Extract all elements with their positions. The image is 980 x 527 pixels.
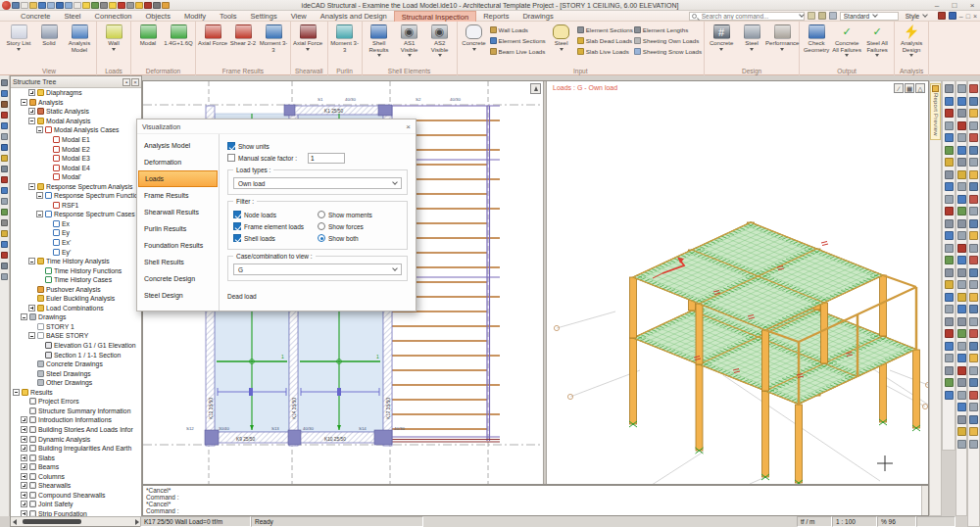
tree-item-modal-analysis-cases[interactable]: Modal Analysis Cases <box>11 125 141 135</box>
ribbon-button-concrete[interactable]: Concrete <box>460 23 489 51</box>
left-toolbar-icon-3[interactable] <box>1 112 8 119</box>
colA-toolbar-icon-14[interactable] <box>945 256 954 264</box>
ribbon-button-axial-force[interactable]: Axial Force <box>198 23 227 47</box>
ribbon-button-steel-all-failures[interactable]: ✓Steel All Failures <box>862 23 892 57</box>
expander-minus-icon[interactable] <box>28 258 35 264</box>
load-types-combo[interactable]: Own load <box>233 177 402 189</box>
quick-access-icon-15[interactable] <box>144 2 152 9</box>
colA-toolbar-icon-23[interactable] <box>945 366 954 375</box>
tree-item-strip-foundation[interactable]: Strip Foundation <box>11 509 141 516</box>
visualization-dialog[interactable]: Visualization × Analysis ModelDeformatio… <box>136 119 416 311</box>
colA-toolbar-icon-2[interactable] <box>945 109 954 118</box>
tree-item-introduction-informations[interactable]: Introduction Informations <box>11 415 141 425</box>
colA-toolbar-icon-0[interactable] <box>945 84 954 93</box>
ribbon-button-modal[interactable]: Modal <box>133 23 163 47</box>
expander-minus-icon[interactable] <box>21 313 27 320</box>
colC-toolbar-icon-14[interactable] <box>969 256 978 264</box>
quick-access-icon-9[interactable] <box>91 2 99 9</box>
ribbon-button-steel[interactable]: Steel <box>547 23 576 51</box>
report-preview-tab[interactable]: Report Preview <box>930 83 941 140</box>
colB-toolbar-icon-4[interactable] <box>957 133 966 142</box>
menu-tab-concrete[interactable]: Concrete <box>14 11 57 22</box>
quick-access-icon-10[interactable] <box>100 2 108 9</box>
colB-toolbar-icon-6[interactable] <box>957 158 966 167</box>
command-area[interactable]: *Cancel*Command :*Cancel*Command : <box>142 485 929 516</box>
shell-loads-checkbox[interactable] <box>233 234 241 242</box>
ribbon-button-axial-force[interactable]: Axial Force <box>293 23 322 51</box>
manual-scale-checkbox[interactable] <box>227 154 235 162</box>
ribbon-button-concrete-all-failures[interactable]: ✓Concrete All Failures <box>832 23 861 57</box>
colC-toolbar-icon-6[interactable] <box>969 158 978 167</box>
quick-access-icon-14[interactable] <box>135 2 143 9</box>
dialog-nav-concrete-design[interactable]: Concrete Design <box>138 270 218 287</box>
close-icon[interactable]: × <box>406 122 411 131</box>
left-toolbar-icon-8[interactable] <box>1 166 8 172</box>
colA-toolbar-icon-17[interactable] <box>945 293 954 302</box>
quick-access-icon-1[interactable] <box>21 2 28 9</box>
tree-item-modal-e4[interactable]: Modal E4 <box>11 163 141 172</box>
colB-toolbar-icon-10[interactable] <box>957 207 966 216</box>
dialog-nav-steel-design[interactable]: Steel Design <box>138 287 218 304</box>
show-moments-radio[interactable] <box>318 211 325 218</box>
tree-item-time-history-functions[interactable]: Time History Functions <box>11 265 141 275</box>
style-dropdown[interactable]: Style <box>902 12 935 21</box>
frame-element-loads-checkbox[interactable] <box>233 222 241 230</box>
expander-minus-icon[interactable] <box>36 211 43 217</box>
dialog-nav-shell-results[interactable]: Shell Results <box>138 254 218 270</box>
colA-toolbar-icon-6[interactable] <box>945 158 954 167</box>
scroll-left-icon[interactable] <box>13 519 17 525</box>
left-toolbar-icon-9[interactable] <box>1 176 8 183</box>
tree-item-analysis[interactable]: Analysis <box>11 98 141 108</box>
colA-toolbar-icon-11[interactable] <box>945 219 954 228</box>
ribbon-button-1-4g-1-6q[interactable]: 1.4G+1.6Q <box>164 23 193 47</box>
ribbon-button-concrete[interactable]: #Concrete <box>707 23 736 51</box>
expander-plus-icon[interactable] <box>21 492 27 499</box>
colB-toolbar-icon-27[interactable] <box>957 415 966 424</box>
colB-toolbar-icon-23[interactable] <box>957 366 966 375</box>
pin-panel-button[interactable]: ▪ <box>122 78 130 86</box>
colA-toolbar-icon-9[interactable] <box>945 195 954 204</box>
menu-tab-drawings[interactable]: Drawings <box>515 11 560 22</box>
colB-toolbar-icon-24[interactable] <box>957 378 966 387</box>
tree-item-modal-analysis[interactable]: Modal Analysis <box>11 117 141 126</box>
ribbon-small-slab-live-loads[interactable]: Slab Live Loads <box>577 47 633 56</box>
expander-plus-icon[interactable] <box>21 426 27 433</box>
colC-toolbar-icon-8[interactable] <box>969 182 978 191</box>
colC-toolbar-icon-19[interactable] <box>969 317 978 326</box>
colC-toolbar-icon-3[interactable] <box>969 121 978 130</box>
status-scale[interactable]: 1 : 100 <box>832 516 877 527</box>
colB-toolbar-icon-12[interactable] <box>957 231 966 240</box>
tree-item-response-spectrum-analysis[interactable]: Response Spectrum Analysis <box>11 181 141 191</box>
tree-item-concrete-drawings[interactable]: Concrete Drawings <box>11 359 141 369</box>
north-arrow-icon[interactable] <box>530 83 541 94</box>
expander-plus-icon[interactable] <box>21 501 27 507</box>
ribbon-button-analysis-design[interactable]: Analysis Design <box>897 23 926 57</box>
colB-toolbar-icon-29[interactable] <box>957 440 966 449</box>
tree-item-elevation-g1-g1-elevation[interactable]: Elevation G1 / G1 Elevation <box>11 341 141 351</box>
ribbon-small-element-sections[interactable]: Element Sections <box>577 25 633 34</box>
colB-toolbar-icon-9[interactable] <box>957 195 966 204</box>
search-dropdown-icon[interactable] <box>799 12 805 18</box>
expander-plus-icon[interactable] <box>21 436 27 443</box>
colA-toolbar-icon-10[interactable] <box>945 207 954 216</box>
ribbon-small-beam-live-loads[interactable]: Beam Live Loads <box>490 47 546 56</box>
colC-toolbar-icon-5[interactable] <box>969 146 978 155</box>
colA-toolbar-icon-21[interactable] <box>945 342 954 351</box>
colB-toolbar-icon-15[interactable] <box>957 268 966 277</box>
expander-plus-icon[interactable] <box>21 455 27 461</box>
colB-toolbar-icon-2[interactable] <box>957 109 966 118</box>
status-unit[interactable]: tf / m <box>797 516 832 527</box>
ribbon-button-solid[interactable]: Solid <box>34 23 64 47</box>
colC-toolbar-icon-4[interactable] <box>969 133 978 142</box>
expander-minus-icon[interactable] <box>21 99 27 106</box>
expander-plus-icon[interactable] <box>28 108 35 115</box>
colB-toolbar-icon-0[interactable] <box>957 84 966 93</box>
ribbon-button-performance[interactable]: Performance <box>767 23 797 51</box>
tree-item-story-1[interactable]: STORY 1 <box>11 322 141 332</box>
tree-item-modal-e1[interactable]: Modal E1 <box>11 135 141 145</box>
colC-toolbar-icon-11[interactable] <box>969 219 978 228</box>
tree-item-ex[interactable]: Ex <box>11 219 141 229</box>
tree-item-results[interactable]: Results <box>11 388 141 398</box>
colB-toolbar-icon-1[interactable] <box>957 97 966 106</box>
colB-toolbar-icon-11[interactable] <box>957 219 966 228</box>
